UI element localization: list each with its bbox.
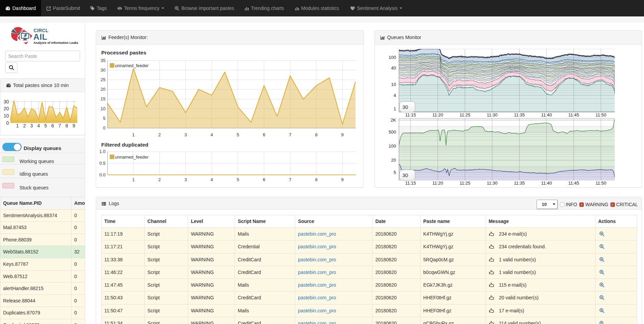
svg-text:10: 10 [391,82,396,87]
svg-text:20: 20 [3,106,9,111]
svg-text:11:15: 11:15 [405,180,416,186]
svg-text:7: 7 [58,123,61,128]
svg-text:35: 35 [101,58,105,63]
svg-text:5: 5 [103,116,105,121]
svg-text:11:15: 11:15 [405,112,416,117]
svg-text:2: 2 [158,132,161,137]
svg-text:2: 2 [158,177,161,182]
svg-text:11:25: 11:25 [460,112,471,117]
svg-text:11:35: 11:35 [514,180,525,186]
svg-text:11:30: 11:30 [487,180,498,186]
svg-text:2K: 2K [391,117,396,123]
svg-text:3: 3 [184,132,187,137]
svg-text:0: 0 [6,120,9,126]
svg-text:30: 30 [101,67,105,73]
svg-text:9: 9 [73,123,75,128]
svg-text:11:20: 11:20 [432,180,443,186]
svg-text:11:20: 11:20 [432,112,443,117]
svg-text:1: 1 [132,132,134,137]
svg-text:6: 6 [263,177,265,182]
svg-text:11:40: 11:40 [541,112,552,117]
svg-text:11:50: 11:50 [595,112,606,117]
svg-text:6: 6 [263,132,265,137]
svg-text:0.0: 0.0 [99,172,105,177]
svg-text:9: 9 [341,177,344,182]
svg-text:5: 5 [44,123,47,128]
svg-text:1: 1 [132,177,134,182]
svg-text:15: 15 [101,96,105,101]
svg-text:Analysis of Information Leaks: Analysis of Information Leaks [34,41,78,45]
svg-text:unnamed_feeder: unnamed_feeder [115,63,149,68]
svg-text:1.0: 1.0 [99,149,105,154]
svg-text:3: 3 [30,123,33,128]
svg-text:7: 7 [289,132,291,137]
svg-text:30: 30 [403,104,408,110]
svg-text:6: 6 [51,123,54,128]
svg-text:30: 30 [403,172,408,178]
svg-text:9: 9 [341,132,344,137]
svg-text:8: 8 [65,123,68,128]
svg-text:11:40: 11:40 [541,180,552,186]
svg-text:5: 5 [237,177,239,182]
svg-text:11:45: 11:45 [568,180,579,186]
svg-text:25: 25 [101,77,105,82]
svg-text:20: 20 [391,158,396,163]
svg-text:1: 1 [16,123,19,128]
svg-text:0: 0 [103,125,105,130]
svg-text:20: 20 [101,87,105,92]
svg-text:11:35: 11:35 [514,112,525,117]
svg-text:30: 30 [3,99,9,104]
svg-text:40: 40 [391,65,396,71]
svg-text:11:30: 11:30 [487,112,498,117]
svg-text:5: 5 [394,170,396,175]
svg-text:4: 4 [211,177,213,182]
svg-text:500: 500 [389,129,396,135]
svg-text:3: 3 [184,177,187,182]
svg-text:8: 8 [315,132,317,137]
svg-text:8: 8 [315,177,317,182]
svg-text:100: 100 [389,144,396,149]
svg-text:AIL: AIL [34,32,48,41]
svg-text:0.5: 0.5 [99,161,105,166]
svg-text:11:25: 11:25 [460,180,471,186]
svg-text:4: 4 [211,132,213,137]
svg-text:10: 10 [3,113,9,119]
svg-text:11:50: 11:50 [595,180,606,186]
svg-text:1: 1 [394,106,396,111]
svg-text:5: 5 [237,132,239,137]
svg-text:4: 4 [394,93,396,98]
svg-text:unnamed_feeder: unnamed_feeder [115,154,149,160]
svg-text:4: 4 [37,123,40,128]
svg-text:11:45: 11:45 [568,112,579,117]
svg-text:7: 7 [289,177,291,182]
svg-text:2: 2 [23,123,26,128]
svg-text:100: 100 [389,55,396,60]
svg-text:10: 10 [101,106,105,111]
